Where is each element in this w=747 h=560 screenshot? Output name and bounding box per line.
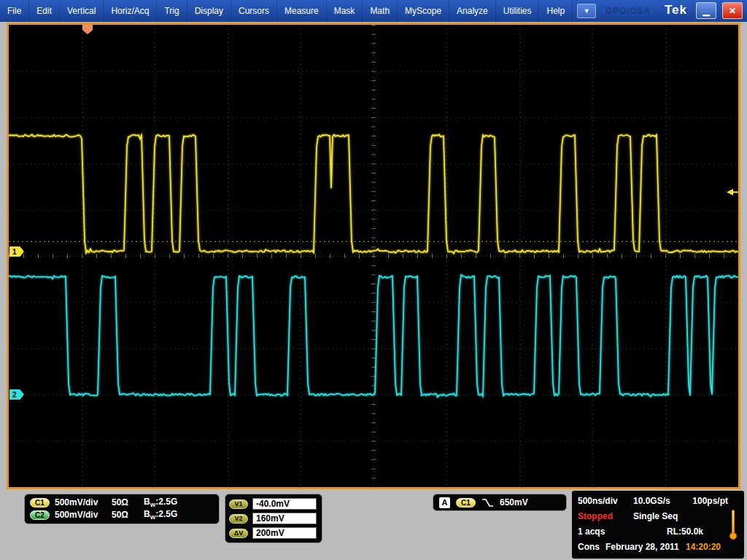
- menu-math[interactable]: Math: [363, 0, 398, 22]
- menu-trig[interactable]: Trig: [157, 0, 187, 22]
- acq-status: Stopped: [578, 511, 633, 521]
- readout-area: C1 500mV/div 50Ω BW:2.5G C2 500mV/div 50…: [0, 489, 747, 560]
- dv-badge: ΔV: [229, 529, 248, 538]
- trigger-system-badge: A: [439, 497, 450, 508]
- clock-row: Cons February 28, 2011 14:20:20: [578, 539, 738, 554]
- ch1-badge: C1: [30, 498, 50, 508]
- menu-myscope[interactable]: MyScope: [398, 0, 449, 22]
- v2-value: 160mV: [252, 513, 317, 524]
- dv-value: 200mV: [252, 527, 317, 539]
- minimize-icon: ▁: [703, 6, 709, 16]
- cursor-v2-row: V2 160mV: [229, 513, 318, 524]
- oscilloscope-app: File Edit Vertical Horiz/Acq Trig Displa…: [0, 0, 747, 560]
- timebase-scale: 500ns/div: [578, 496, 633, 506]
- menu-analyze[interactable]: Analyze: [449, 0, 496, 22]
- tek-logo: Tek: [665, 3, 687, 18]
- minimize-button[interactable]: ▁: [696, 2, 716, 19]
- menu-utilities[interactable]: Utilities: [496, 0, 540, 22]
- v1-badge: V1: [229, 499, 248, 509]
- timebase-row: 500ns/div 10.0GS/s 100ps/pt: [578, 493, 738, 508]
- menu-file[interactable]: File: [0, 0, 29, 22]
- time-text: 14:20:20: [686, 542, 721, 552]
- date-text: February 28, 2011: [605, 542, 679, 552]
- waveform-canvas: [9, 25, 738, 487]
- cursor-v1-row: V1 -40.0mV: [229, 498, 318, 510]
- menu-dropdown-button[interactable]: ▼: [577, 4, 596, 18]
- acq-mode: Single Seq: [633, 511, 678, 521]
- menu-display[interactable]: Display: [187, 0, 231, 22]
- v2-badge: V2: [229, 514, 248, 524]
- v1-value: -40.0mV: [252, 498, 317, 510]
- ch2-vertical-readout: C2 500mV/div 50Ω BW:2.5G: [30, 509, 214, 521]
- waveform-display[interactable]: 1 2: [7, 23, 740, 489]
- ch1-vertical-readout: C1 500mV/div 50Ω BW:2.5G: [30, 497, 214, 508]
- model-watermark: DPO/DSA: [605, 6, 651, 16]
- ch2-badge: C2: [30, 510, 50, 520]
- menu-horiz-acq[interactable]: Horiz/Acq: [104, 0, 157, 22]
- acq-status-row: Stopped Single Seq: [578, 508, 738, 524]
- menu-measure[interactable]: Measure: [277, 0, 327, 22]
- ch2-termination: 50Ω: [112, 510, 144, 520]
- ch1-bandwidth: BW:2.5G: [144, 497, 177, 508]
- ch2-scale: 500mV/div: [55, 510, 112, 520]
- menu-mask[interactable]: Mask: [327, 0, 363, 22]
- menu-cursors[interactable]: Cursors: [231, 0, 277, 22]
- acq-count: 1 acqs: [578, 526, 633, 537]
- menu-edit[interactable]: Edit: [29, 0, 60, 22]
- sample-rate: 10.0GS/s: [633, 496, 670, 506]
- trigger-source-badge: C1: [456, 498, 476, 508]
- menu-vertical[interactable]: Vertical: [60, 0, 104, 22]
- cursor-dv-row: ΔV 200mV: [229, 527, 318, 539]
- ch1-scale: 500mV/div: [55, 497, 112, 508]
- menu-help[interactable]: Help: [539, 0, 573, 22]
- trigger-level-value: 650mV: [500, 497, 528, 508]
- record-length: RL:50.0k: [667, 526, 703, 537]
- menu-bar: File Edit Vertical Horiz/Acq Trig Displa…: [0, 0, 747, 22]
- trigger-readout-box[interactable]: A C1 650mV: [433, 494, 567, 511]
- sample-resolution: 100ps/pt: [692, 496, 728, 506]
- horizontal-acq-panel[interactable]: 500ns/div 10.0GS/s 100ps/pt Stopped Sing…: [572, 491, 744, 559]
- close-icon: ✕: [729, 6, 736, 16]
- chevron-down-icon: ▼: [584, 7, 590, 15]
- falling-edge-icon: [481, 498, 494, 508]
- vertical-readout-box[interactable]: C1 500mV/div 50Ω BW:2.5G C2 500mV/div 50…: [24, 494, 220, 524]
- cons-label: Cons: [578, 542, 605, 552]
- cursor-readout-box[interactable]: V1 -40.0mV V2 160mV ΔV 200mV: [225, 494, 322, 543]
- close-button[interactable]: ✕: [722, 2, 743, 19]
- ch2-bandwidth: BW:2.5G: [144, 509, 177, 521]
- temperature-indicator-icon: [729, 510, 738, 540]
- acq-count-row: 1 acqs RL:50.0k: [578, 524, 738, 539]
- ch1-termination: 50Ω: [112, 497, 144, 508]
